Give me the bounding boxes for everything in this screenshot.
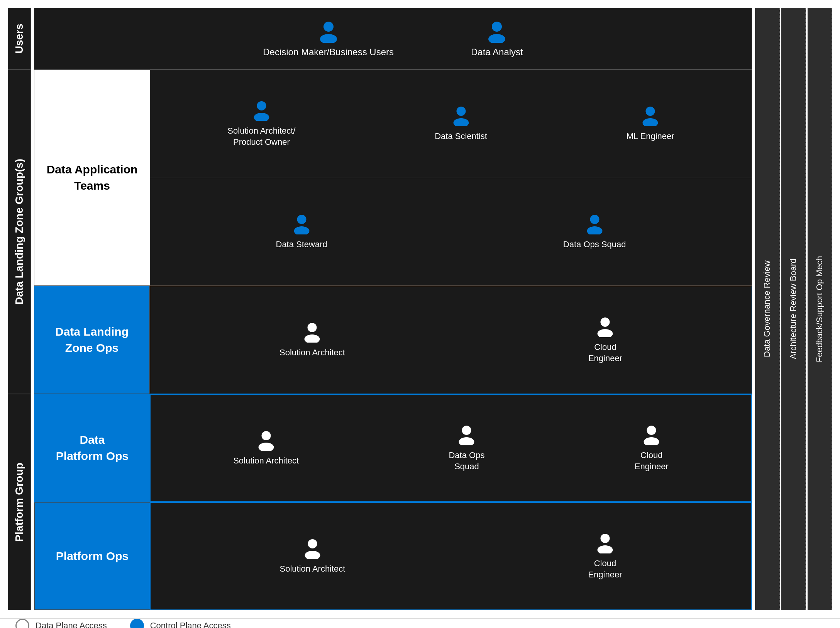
legend-item-control-plane: Control Plane Access bbox=[130, 619, 231, 628]
dat-sub-row-1: Solution Architect/ Product Owner Data S… bbox=[150, 70, 752, 178]
person-icon-ml-engineer bbox=[640, 105, 661, 126]
person-cloud-engineer-dpo: Cloud Engineer bbox=[635, 424, 669, 472]
user-label-data-analyst: Data Analyst bbox=[471, 47, 523, 58]
person-label-cloud-engineer-po: Cloud Engineer bbox=[588, 558, 622, 580]
legend-label-data-plane: Data Plane Access bbox=[36, 621, 107, 628]
svg-point-5 bbox=[254, 113, 269, 121]
dat-sub-row-2: Data Steward Data Ops Squad bbox=[150, 178, 752, 286]
svg-point-21 bbox=[459, 437, 474, 445]
svg-point-24 bbox=[308, 539, 317, 548]
person-data-steward: Data Steward bbox=[276, 213, 327, 250]
person-label-cloud-engineer-dpo: Cloud Engineer bbox=[635, 450, 669, 472]
person-data-ops-squad-dpo: Data Ops Squad bbox=[449, 424, 484, 472]
dat-section: Data Application Teams Solution Architec… bbox=[34, 70, 752, 286]
legend-circle-empty bbox=[15, 619, 29, 628]
person-solution-architect: Solution Architect/ Product Owner bbox=[227, 100, 295, 148]
svg-point-20 bbox=[462, 426, 471, 435]
svg-point-4 bbox=[257, 101, 266, 110]
person-icon-cloud-engineer-po bbox=[594, 532, 616, 553]
svg-point-2 bbox=[492, 22, 502, 32]
svg-point-0 bbox=[323, 22, 334, 32]
person-cloud-engineer-po: Cloud Engineer bbox=[588, 532, 622, 580]
person-icon-data-ops-squad-dat bbox=[584, 213, 605, 234]
person-icon-data-scientist bbox=[450, 105, 472, 126]
svg-point-23 bbox=[644, 437, 659, 445]
svg-point-10 bbox=[297, 215, 306, 224]
person-data-scientist: Data Scientist bbox=[435, 105, 487, 142]
users-vert-label: Users bbox=[8, 8, 31, 70]
person-solution-architect-po: Solution Architect bbox=[279, 538, 345, 575]
svg-point-7 bbox=[453, 118, 469, 126]
platform-vert-label: Platform Group bbox=[8, 394, 31, 610]
person-label-solution-architect-dpo: Solution Architect bbox=[233, 455, 299, 467]
right-label-architecture-review: Architecture Review Board bbox=[781, 8, 806, 610]
svg-point-13 bbox=[587, 226, 602, 234]
person-icon-cloud-engineer-dpo bbox=[641, 424, 662, 445]
users-row: Decision Maker/Business Users Data Analy… bbox=[34, 8, 752, 70]
data-platform-ops-row: Data Platform Ops Solution Architect bbox=[34, 394, 752, 502]
person-label-solution-architect-dlz: Solution Architect bbox=[279, 347, 345, 358]
dlz-ops-row: Data Landing Zone Ops Solution Architect bbox=[34, 286, 752, 394]
platform-section: Data Platform Ops Solution Architect bbox=[34, 394, 752, 610]
svg-point-11 bbox=[294, 226, 309, 234]
right-label-feedback-support: Feedback/Support Op Mech bbox=[808, 8, 832, 610]
right-labels: Data Governance Review Architecture Revi… bbox=[755, 8, 832, 610]
person-icon-solution-architect-dlz bbox=[301, 321, 323, 343]
person-ml-engineer: ML Engineer bbox=[627, 105, 674, 142]
svg-point-14 bbox=[308, 323, 317, 332]
person-icon-solution-architect bbox=[251, 100, 272, 121]
svg-point-9 bbox=[643, 118, 658, 126]
svg-point-3 bbox=[488, 34, 505, 43]
svg-point-27 bbox=[597, 545, 613, 553]
person-label-cloud-engineer-dlz: Cloud Engineer bbox=[588, 342, 622, 364]
dlz-ops-content: Solution Architect Cloud Engineer bbox=[150, 286, 752, 394]
dlzg-vert-label: Data Landing Zone Group(s) bbox=[8, 70, 31, 394]
person-label-data-ops-squad-dat: Data Ops Squad bbox=[563, 239, 626, 250]
person-icon-data-steward bbox=[291, 213, 312, 234]
person-solution-architect-dlz: Solution Architect bbox=[279, 321, 345, 358]
user-icon-data-analyst bbox=[485, 20, 508, 43]
main-container: Users Data Landing Zone Group(s) Platfor… bbox=[0, 0, 840, 618]
svg-point-18 bbox=[261, 431, 271, 440]
person-icon-cloud-engineer-dlz bbox=[594, 316, 616, 337]
data-platform-ops-content: Solution Architect Data Ops Squad bbox=[150, 394, 752, 502]
svg-point-26 bbox=[600, 534, 610, 543]
user-item-decision-maker: Decision Maker/Business Users bbox=[263, 20, 394, 58]
platform-ops-row: Platform Ops Solution Architect bbox=[34, 502, 752, 610]
svg-point-19 bbox=[258, 443, 274, 451]
svg-point-12 bbox=[590, 215, 599, 224]
dlz-ops-label: Data Landing Zone Ops bbox=[34, 286, 150, 394]
person-solution-architect-dpo: Solution Architect bbox=[233, 429, 299, 467]
legend: Data Plane Access Control Plane Access bbox=[0, 618, 840, 628]
platform-ops-content: Solution Architect Cloud Engineer bbox=[150, 502, 752, 610]
svg-point-8 bbox=[646, 107, 655, 116]
dat-label: Data Application Teams bbox=[34, 70, 150, 285]
user-item-data-analyst: Data Analyst bbox=[471, 20, 523, 58]
person-label-data-steward: Data Steward bbox=[276, 239, 327, 250]
user-label-decision-maker: Decision Maker/Business Users bbox=[263, 47, 394, 58]
platform-ops-label: Platform Ops bbox=[34, 502, 150, 610]
legend-item-data-plane: Data Plane Access bbox=[15, 619, 107, 628]
person-label-data-ops-squad-dpo: Data Ops Squad bbox=[449, 450, 484, 472]
svg-point-16 bbox=[601, 317, 610, 327]
person-icon-data-ops-squad-dpo bbox=[456, 424, 477, 445]
person-cloud-engineer-dlz: Cloud Engineer bbox=[588, 316, 622, 364]
svg-point-25 bbox=[305, 551, 320, 559]
person-label-solution-architect-po: Solution Architect bbox=[279, 564, 345, 575]
right-label-data-governance: Data Governance Review bbox=[755, 8, 780, 610]
dlzg-section: Data Application Teams Solution Architec… bbox=[34, 70, 752, 610]
svg-point-22 bbox=[647, 426, 656, 435]
person-label-data-scientist: Data Scientist bbox=[435, 131, 487, 142]
svg-point-17 bbox=[598, 329, 613, 337]
person-data-ops-squad-dat: Data Ops Squad bbox=[563, 213, 626, 250]
legend-label-control-plane: Control Plane Access bbox=[150, 621, 231, 628]
svg-point-1 bbox=[320, 34, 337, 43]
legend-circle-filled bbox=[130, 619, 144, 628]
center-content: Decision Maker/Business Users Data Analy… bbox=[34, 8, 752, 610]
left-labels: Users Data Landing Zone Group(s) Platfor… bbox=[8, 8, 31, 610]
data-platform-ops-label: Data Platform Ops bbox=[34, 394, 150, 502]
svg-point-15 bbox=[305, 334, 320, 343]
user-icon-decision-maker bbox=[317, 20, 340, 43]
person-icon-solution-architect-po bbox=[302, 538, 323, 559]
svg-point-6 bbox=[456, 107, 466, 116]
